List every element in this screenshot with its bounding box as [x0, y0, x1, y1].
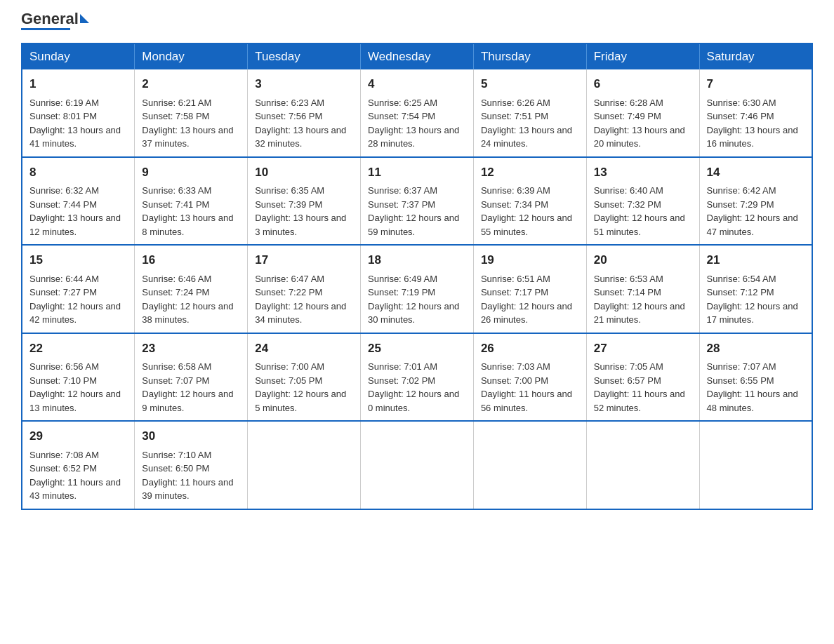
weekday-header-saturday: Saturday — [699, 43, 812, 69]
day-number: 25 — [368, 340, 466, 358]
day-number: 4 — [368, 75, 466, 93]
day-number: 10 — [255, 163, 353, 182]
day-info: Sunrise: 6:28 AMSunset: 7:49 PMDaylight:… — [594, 96, 692, 151]
calendar-day-cell: 8Sunrise: 6:32 AMSunset: 7:44 PMDaylight… — [22, 157, 135, 246]
weekday-header-monday: Monday — [135, 43, 248, 69]
calendar-empty-cell — [699, 421, 812, 509]
calendar-day-cell: 14Sunrise: 6:42 AMSunset: 7:29 PMDayligh… — [699, 157, 812, 246]
calendar-day-cell: 30Sunrise: 7:10 AMSunset: 6:50 PMDayligh… — [135, 421, 248, 509]
day-number: 28 — [707, 340, 805, 358]
day-info: Sunrise: 6:26 AMSunset: 7:51 PMDaylight:… — [481, 96, 579, 151]
calendar-day-cell: 15Sunrise: 6:44 AMSunset: 7:27 PMDayligh… — [22, 245, 135, 333]
weekday-header-thursday: Thursday — [473, 43, 586, 69]
day-info: Sunrise: 7:10 AMSunset: 6:50 PMDaylight:… — [142, 448, 240, 503]
day-info: Sunrise: 6:40 AMSunset: 7:32 PMDaylight:… — [594, 184, 692, 239]
day-number: 22 — [29, 340, 127, 358]
weekday-header-friday: Friday — [586, 43, 699, 69]
weekday-header-row: SundayMondayTuesdayWednesdayThursdayFrid… — [22, 43, 812, 69]
calendar-day-cell: 17Sunrise: 6:47 AMSunset: 7:22 PMDayligh… — [248, 245, 361, 333]
day-number: 18 — [368, 251, 466, 269]
day-info: Sunrise: 6:37 AMSunset: 7:37 PMDaylight:… — [368, 184, 466, 239]
day-info: Sunrise: 6:53 AMSunset: 7:14 PMDaylight:… — [594, 272, 692, 327]
day-number: 6 — [594, 75, 692, 93]
calendar-day-cell: 3Sunrise: 6:23 AMSunset: 7:56 PMDaylight… — [248, 69, 361, 157]
calendar-table: SundayMondayTuesdayWednesdayThursdayFrid… — [21, 43, 813, 510]
day-number: 19 — [481, 251, 579, 269]
day-number: 11 — [368, 163, 466, 182]
day-info: Sunrise: 6:19 AMSunset: 8:01 PMDaylight:… — [29, 96, 127, 151]
day-info: Sunrise: 7:03 AMSunset: 7:00 PMDaylight:… — [481, 360, 579, 415]
day-number: 1 — [29, 75, 127, 93]
day-info: Sunrise: 7:05 AMSunset: 6:57 PMDaylight:… — [594, 360, 692, 415]
day-number: 24 — [255, 340, 353, 358]
day-info: Sunrise: 6:56 AMSunset: 7:10 PMDaylight:… — [29, 360, 127, 415]
day-info: Sunrise: 7:00 AMSunset: 7:05 PMDaylight:… — [255, 360, 353, 415]
day-number: 2 — [142, 75, 240, 93]
calendar-day-cell: 4Sunrise: 6:25 AMSunset: 7:54 PMDaylight… — [361, 69, 474, 157]
calendar-day-cell: 2Sunrise: 6:21 AMSunset: 7:58 PMDaylight… — [135, 69, 248, 157]
calendar-day-cell: 5Sunrise: 6:26 AMSunset: 7:51 PMDaylight… — [473, 69, 586, 157]
day-number: 5 — [481, 75, 579, 93]
day-number: 9 — [142, 163, 240, 182]
day-number: 23 — [142, 340, 240, 358]
day-number: 17 — [255, 251, 353, 269]
day-number: 15 — [29, 251, 127, 269]
day-info: Sunrise: 6:32 AMSunset: 7:44 PMDaylight:… — [29, 184, 127, 239]
calendar-week-row: 29Sunrise: 7:08 AMSunset: 6:52 PMDayligh… — [22, 421, 812, 509]
day-info: Sunrise: 6:58 AMSunset: 7:07 PMDaylight:… — [142, 360, 240, 415]
day-info: Sunrise: 6:23 AMSunset: 7:56 PMDaylight:… — [255, 96, 353, 151]
day-info: Sunrise: 7:08 AMSunset: 6:52 PMDaylight:… — [29, 448, 127, 503]
calendar-day-cell: 12Sunrise: 6:39 AMSunset: 7:34 PMDayligh… — [473, 157, 586, 246]
calendar-empty-cell — [473, 421, 586, 509]
calendar-week-row: 15Sunrise: 6:44 AMSunset: 7:27 PMDayligh… — [22, 245, 812, 333]
calendar-empty-cell — [586, 421, 699, 509]
day-number: 21 — [707, 251, 805, 269]
calendar-day-cell: 6Sunrise: 6:28 AMSunset: 7:49 PMDaylight… — [586, 69, 699, 157]
weekday-header-tuesday: Tuesday — [248, 43, 361, 69]
day-info: Sunrise: 6:54 AMSunset: 7:12 PMDaylight:… — [707, 272, 805, 327]
day-info: Sunrise: 6:33 AMSunset: 7:41 PMDaylight:… — [142, 184, 240, 239]
calendar-day-cell: 22Sunrise: 6:56 AMSunset: 7:10 PMDayligh… — [22, 333, 135, 422]
calendar-day-cell: 11Sunrise: 6:37 AMSunset: 7:37 PMDayligh… — [361, 157, 474, 246]
day-info: Sunrise: 6:39 AMSunset: 7:34 PMDaylight:… — [481, 184, 579, 239]
calendar-day-cell: 10Sunrise: 6:35 AMSunset: 7:39 PMDayligh… — [248, 157, 361, 246]
day-info: Sunrise: 6:25 AMSunset: 7:54 PMDaylight:… — [368, 96, 466, 151]
calendar-day-cell: 29Sunrise: 7:08 AMSunset: 6:52 PMDayligh… — [22, 421, 135, 509]
page-header: General — [21, 14, 813, 30]
day-info: Sunrise: 7:07 AMSunset: 6:55 PMDaylight:… — [707, 360, 805, 415]
day-number: 26 — [481, 340, 579, 358]
day-number: 16 — [142, 251, 240, 269]
day-number: 8 — [29, 163, 127, 182]
calendar-day-cell: 13Sunrise: 6:40 AMSunset: 7:32 PMDayligh… — [586, 157, 699, 246]
calendar-day-cell: 21Sunrise: 6:54 AMSunset: 7:12 PMDayligh… — [699, 245, 812, 333]
logo-general-text2: General — [21, 10, 79, 28]
calendar-empty-cell — [248, 421, 361, 509]
weekday-header-sunday: Sunday — [22, 43, 135, 69]
calendar-day-cell: 23Sunrise: 6:58 AMSunset: 7:07 PMDayligh… — [135, 333, 248, 422]
day-number: 27 — [594, 340, 692, 358]
calendar-day-cell: 1Sunrise: 6:19 AMSunset: 8:01 PMDaylight… — [22, 69, 135, 157]
calendar-day-cell: 18Sunrise: 6:49 AMSunset: 7:19 PMDayligh… — [361, 245, 474, 333]
day-number: 30 — [142, 427, 240, 445]
logo-flag-icon — [80, 14, 89, 23]
weekday-header-wednesday: Wednesday — [361, 43, 474, 69]
day-number: 7 — [707, 75, 805, 93]
calendar-day-cell: 7Sunrise: 6:30 AMSunset: 7:46 PMDaylight… — [699, 69, 812, 157]
day-number: 14 — [707, 163, 805, 182]
day-info: Sunrise: 6:42 AMSunset: 7:29 PMDaylight:… — [707, 184, 805, 239]
day-number: 3 — [255, 75, 353, 93]
calendar-day-cell: 9Sunrise: 6:33 AMSunset: 7:41 PMDaylight… — [135, 157, 248, 246]
calendar-day-cell: 16Sunrise: 6:46 AMSunset: 7:24 PMDayligh… — [135, 245, 248, 333]
calendar-day-cell: 19Sunrise: 6:51 AMSunset: 7:17 PMDayligh… — [473, 245, 586, 333]
day-info: Sunrise: 6:21 AMSunset: 7:58 PMDaylight:… — [142, 96, 240, 151]
calendar-day-cell: 28Sunrise: 7:07 AMSunset: 6:55 PMDayligh… — [699, 333, 812, 422]
day-info: Sunrise: 6:30 AMSunset: 7:46 PMDaylight:… — [707, 96, 805, 151]
logo-underline — [21, 28, 70, 30]
day-info: Sunrise: 7:01 AMSunset: 7:02 PMDaylight:… — [368, 360, 466, 415]
day-info: Sunrise: 6:49 AMSunset: 7:19 PMDaylight:… — [368, 272, 466, 327]
calendar-day-cell: 25Sunrise: 7:01 AMSunset: 7:02 PMDayligh… — [361, 333, 474, 422]
day-info: Sunrise: 6:46 AMSunset: 7:24 PMDaylight:… — [142, 272, 240, 327]
calendar-week-row: 1Sunrise: 6:19 AMSunset: 8:01 PMDaylight… — [22, 69, 812, 157]
calendar-week-row: 22Sunrise: 6:56 AMSunset: 7:10 PMDayligh… — [22, 333, 812, 422]
calendar-day-cell: 27Sunrise: 7:05 AMSunset: 6:57 PMDayligh… — [586, 333, 699, 422]
